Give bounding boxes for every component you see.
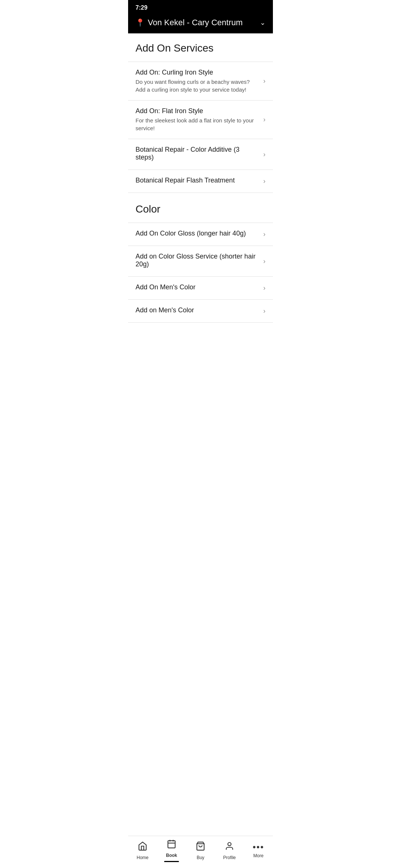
service-title: Botanical Repair - Color Additive (3 ste… bbox=[136, 146, 259, 161]
chevron-right-icon: › bbox=[263, 77, 265, 85]
chevron-right-icon: › bbox=[263, 177, 265, 185]
service-item-color-gloss-shorter[interactable]: Add on Color Gloss Service (shorter hair… bbox=[128, 246, 273, 276]
service-title: Add On Men's Color bbox=[136, 283, 259, 291]
location-bar[interactable]: 📍 Von Kekel - Cary Centrum ⌄ bbox=[128, 14, 273, 33]
main-content: Add On Services Add On: Curling Iron Sty… bbox=[128, 33, 273, 352]
service-item-botanical-color[interactable]: Botanical Repair - Color Additive (3 ste… bbox=[128, 139, 273, 170]
service-content: Add On: Curling Iron Style Do you want f… bbox=[136, 69, 263, 93]
service-content: Botanical Repair - Color Additive (3 ste… bbox=[136, 146, 263, 163]
service-description: Do you want flowing curls or a beachy wa… bbox=[136, 78, 259, 93]
service-item-botanical-flash[interactable]: Botanical Repair Flash Treatment › bbox=[128, 170, 273, 193]
chevron-right-icon: › bbox=[263, 307, 265, 315]
service-content: Add On: Flat Iron Style For the sleekest… bbox=[136, 107, 263, 132]
service-item-flat-iron[interactable]: Add On: Flat Iron Style For the sleekest… bbox=[128, 100, 273, 139]
location-name: Von Kekel - Cary Centrum bbox=[148, 18, 257, 27]
chevron-right-icon: › bbox=[263, 151, 265, 158]
service-content: Botanical Repair Flash Treatment bbox=[136, 177, 263, 186]
service-item-mens-color-2[interactable]: Add on Men's Color › bbox=[128, 299, 273, 323]
color-section-title: Color bbox=[128, 193, 273, 223]
location-icon: 📍 bbox=[136, 18, 145, 27]
chevron-right-icon: › bbox=[263, 257, 265, 265]
service-title: Add On Color Gloss (longer hair 40g) bbox=[136, 230, 259, 237]
addon-services-list: Add On: Curling Iron Style Do you want f… bbox=[128, 62, 273, 193]
chevron-right-icon: › bbox=[263, 230, 265, 238]
service-title: Botanical Repair Flash Treatment bbox=[136, 177, 259, 184]
addon-services-section: Add On Services Add On: Curling Iron Sty… bbox=[128, 33, 273, 193]
service-title: Add On: Curling Iron Style bbox=[136, 69, 259, 76]
service-title: Add on Men's Color bbox=[136, 306, 259, 314]
service-content: Add On Men's Color bbox=[136, 283, 263, 293]
addon-section-title: Add On Services bbox=[128, 33, 273, 62]
service-content: Add on Men's Color bbox=[136, 306, 263, 316]
color-section: Color Add On Color Gloss (longer hair 40… bbox=[128, 193, 273, 323]
service-title: Add on Color Gloss Service (shorter hair… bbox=[136, 253, 259, 268]
color-services-list: Add On Color Gloss (longer hair 40g) › A… bbox=[128, 223, 273, 323]
service-title: Add On: Flat Iron Style bbox=[136, 107, 259, 115]
chevron-right-icon: › bbox=[263, 284, 265, 292]
service-description: For the sleekest look add a flat iron st… bbox=[136, 116, 259, 132]
service-content: Add on Color Gloss Service (shorter hair… bbox=[136, 253, 263, 270]
service-item-curling-iron[interactable]: Add On: Curling Iron Style Do you want f… bbox=[128, 62, 273, 100]
service-item-mens-color-1[interactable]: Add On Men's Color › bbox=[128, 276, 273, 299]
service-item-color-gloss-longer[interactable]: Add On Color Gloss (longer hair 40g) › bbox=[128, 223, 273, 246]
time: 7:29 bbox=[136, 4, 147, 11]
status-bar: 7:29 bbox=[128, 0, 273, 14]
chevron-right-icon: › bbox=[263, 116, 265, 124]
service-content: Add On Color Gloss (longer hair 40g) bbox=[136, 230, 263, 239]
chevron-down-icon: ⌄ bbox=[260, 19, 265, 27]
